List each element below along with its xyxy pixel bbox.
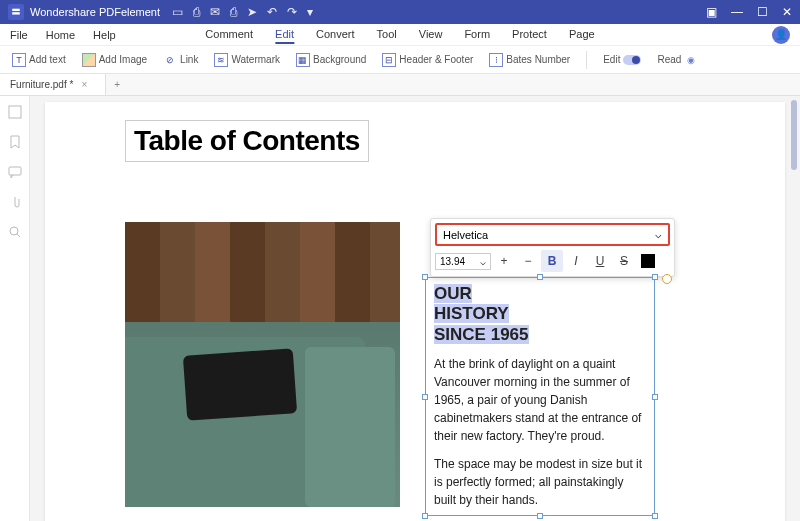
font-size-value: 13.94: [440, 256, 465, 267]
undo-icon[interactable]: ↶: [267, 5, 277, 19]
decrease-size-button[interactable]: −: [517, 250, 539, 272]
save-icon[interactable]: ⎙: [193, 5, 200, 19]
svg-point-2: [10, 227, 18, 235]
link-icon: ⊘: [163, 53, 177, 67]
bates-number-button[interactable]: ⁝Bates Number: [485, 51, 574, 69]
resize-handle[interactable]: [652, 394, 658, 400]
mail-icon[interactable]: ✉: [210, 5, 220, 19]
titlebar: 〓 Wondershare PDFelement ▭ ⎙ ✉ ⎙ ➤ ↶ ↷ ▾…: [0, 0, 800, 24]
edit-ribbon: TAdd text Add Image ⊘Link ≋Watermark ▦Ba…: [0, 46, 800, 74]
text-format-toolbar: Helvetica ⌵ 13.94 ⌵ + − B I U S: [430, 218, 675, 277]
add-tab-button[interactable]: +: [106, 79, 128, 90]
resize-handle[interactable]: [652, 274, 658, 280]
tab-edit[interactable]: Edit: [275, 26, 294, 44]
body-paragraph: The space may be modest in size but it i…: [434, 455, 646, 509]
app-title: Wondershare PDFelement: [30, 6, 160, 18]
header-footer-button[interactable]: ⊟Header & Footer: [378, 51, 477, 69]
share-icon[interactable]: ➤: [247, 5, 257, 19]
selected-text-box[interactable]: OUR HISTORY SINCE 1965 At the brink of d…: [425, 277, 655, 516]
watermark-icon: ≋: [214, 53, 228, 67]
user-avatar[interactable]: 👤: [772, 26, 790, 44]
rotate-handle[interactable]: [662, 274, 672, 284]
workspace: Table of Contents Helvetica ⌵ 13.94 ⌵: [0, 96, 800, 521]
font-family-select[interactable]: Helvetica ⌵: [435, 223, 670, 246]
image-icon: [82, 53, 96, 67]
resize-handle[interactable]: [422, 394, 428, 400]
bookmark-icon[interactable]: [7, 134, 23, 150]
add-text-button[interactable]: TAdd text: [8, 51, 70, 69]
color-picker-button[interactable]: [637, 250, 659, 272]
history-heading: OUR HISTORY SINCE 1965: [434, 284, 646, 345]
header-footer-icon: ⊟: [382, 53, 396, 67]
tab-view[interactable]: View: [419, 26, 443, 44]
italic-button[interactable]: I: [565, 250, 587, 272]
read-mode-toggle[interactable]: Read◉: [653, 51, 702, 69]
font-family-value: Helvetica: [443, 229, 488, 241]
resize-handle[interactable]: [537, 274, 543, 280]
tab-page[interactable]: Page: [569, 26, 595, 44]
resize-handle[interactable]: [652, 513, 658, 519]
chevron-down-icon: ⌵: [480, 256, 486, 267]
toggle-on-icon: [623, 55, 641, 65]
search-icon[interactable]: [7, 224, 23, 240]
font-size-select[interactable]: 13.94 ⌵: [435, 253, 491, 270]
edit-mode-toggle[interactable]: Edit: [599, 52, 645, 67]
open-icon[interactable]: ▭: [172, 5, 183, 19]
tab-convert[interactable]: Convert: [316, 26, 355, 44]
body-paragraph: At the brink of daylight on a quaint Van…: [434, 355, 646, 445]
svg-rect-0: [9, 106, 21, 118]
add-image-button[interactable]: Add Image: [78, 51, 151, 69]
watermark-button[interactable]: ≋Watermark: [210, 51, 284, 69]
toc-heading[interactable]: Table of Contents: [125, 120, 369, 162]
redo-icon[interactable]: ↷: [287, 5, 297, 19]
more-icon[interactable]: ▾: [307, 5, 313, 19]
tab-protect[interactable]: Protect: [512, 26, 547, 44]
menu-home[interactable]: Home: [46, 29, 75, 41]
menu-help[interactable]: Help: [93, 29, 116, 41]
background-icon: ▦: [296, 53, 310, 67]
document-tabbar: Furniture.pdf * × +: [0, 74, 800, 96]
bates-icon: ⁝: [489, 53, 503, 67]
maximize-icon[interactable]: ☐: [757, 5, 768, 19]
minimize-icon[interactable]: —: [731, 5, 743, 19]
document-tab[interactable]: Furniture.pdf * ×: [0, 74, 106, 95]
strikethrough-button[interactable]: S: [613, 250, 635, 272]
increase-size-button[interactable]: +: [493, 250, 515, 272]
tab-comment[interactable]: Comment: [205, 26, 253, 44]
quick-access-toolbar: ▭ ⎙ ✉ ⎙ ➤ ↶ ↷ ▾: [172, 5, 313, 19]
menu-file[interactable]: File: [10, 29, 28, 41]
furniture-photo[interactable]: [125, 222, 400, 507]
link-button[interactable]: ⊘Link: [159, 51, 202, 69]
tab-close-icon[interactable]: ×: [81, 79, 87, 90]
color-swatch: [641, 254, 655, 268]
resize-handle[interactable]: [422, 274, 428, 280]
thumbnails-icon[interactable]: [7, 104, 23, 120]
left-sidebar: [0, 96, 30, 521]
underline-button[interactable]: U: [589, 250, 611, 272]
attachment-icon[interactable]: [7, 194, 23, 210]
tab-tool[interactable]: Tool: [377, 26, 397, 44]
menubar: File Home Help Comment Edit Convert Tool…: [0, 24, 800, 46]
window-controls: ▣ — ☐ ✕: [706, 5, 792, 19]
pdf-page: Table of Contents Helvetica ⌵ 13.94 ⌵: [45, 102, 785, 521]
bold-button[interactable]: B: [541, 250, 563, 272]
app-logo: 〓: [8, 4, 24, 20]
scrollbar-thumb[interactable]: [791, 100, 797, 170]
read-icon: ◉: [684, 53, 698, 67]
text-icon: T: [12, 53, 26, 67]
close-icon[interactable]: ✕: [782, 5, 792, 19]
tab-form[interactable]: Form: [464, 26, 490, 44]
tab-label: Furniture.pdf *: [10, 79, 73, 90]
resize-handle[interactable]: [537, 513, 543, 519]
vertical-scrollbar[interactable]: [790, 96, 798, 519]
print-icon[interactable]: ⎙: [230, 5, 237, 19]
svg-rect-1: [9, 167, 21, 175]
collapse-ribbon-icon[interactable]: ▣: [706, 5, 717, 19]
comments-icon[interactable]: [7, 164, 23, 180]
document-canvas[interactable]: Table of Contents Helvetica ⌵ 13.94 ⌵: [30, 96, 800, 521]
chevron-down-icon: ⌵: [655, 228, 662, 241]
resize-handle[interactable]: [422, 513, 428, 519]
background-button[interactable]: ▦Background: [292, 51, 370, 69]
